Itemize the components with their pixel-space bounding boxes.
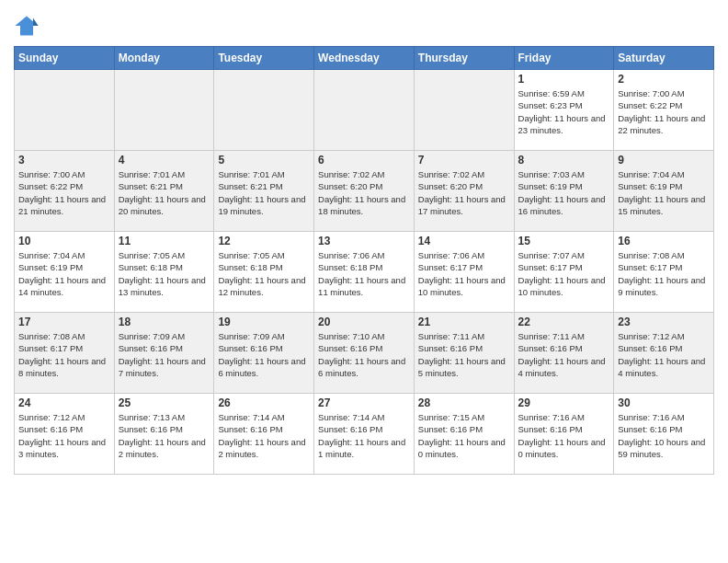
calendar-cell: 8Sunrise: 7:03 AM Sunset: 6:19 PM Daylig… — [514, 151, 614, 232]
day-info: Sunrise: 7:14 AM Sunset: 6:16 PM Dayligh… — [318, 411, 410, 460]
week-row-3: 10Sunrise: 7:04 AM Sunset: 6:19 PM Dayli… — [15, 232, 714, 313]
calendar-cell: 11Sunrise: 7:05 AM Sunset: 6:18 PM Dayli… — [114, 232, 214, 313]
day-number: 29 — [518, 396, 610, 409]
day-number: 6 — [318, 154, 410, 167]
calendar-cell: 2Sunrise: 7:00 AM Sunset: 6:22 PM Daylig… — [614, 70, 714, 151]
calendar-cell: 17Sunrise: 7:08 AM Sunset: 6:17 PM Dayli… — [15, 313, 115, 394]
day-number: 16 — [618, 235, 710, 247]
day-info: Sunrise: 7:13 AM Sunset: 6:16 PM Dayligh… — [119, 411, 210, 460]
day-info: Sunrise: 7:12 AM Sunset: 6:16 PM Dayligh… — [618, 330, 710, 379]
calendar-cell: 6Sunrise: 7:02 AM Sunset: 6:20 PM Daylig… — [314, 151, 415, 232]
header — [14, 9, 714, 39]
day-number: 18 — [119, 316, 210, 328]
day-number: 5 — [218, 154, 310, 167]
day-info: Sunrise: 7:04 AM Sunset: 6:19 PM Dayligh… — [618, 168, 710, 217]
day-number: 23 — [618, 316, 710, 328]
day-info: Sunrise: 7:12 AM Sunset: 6:16 PM Dayligh… — [18, 411, 110, 460]
day-number: 22 — [518, 316, 610, 328]
logo-icon — [14, 13, 40, 39]
calendar-cell: 19Sunrise: 7:09 AM Sunset: 6:16 PM Dayli… — [214, 313, 314, 394]
day-info: Sunrise: 7:08 AM Sunset: 6:17 PM Dayligh… — [618, 249, 710, 298]
calendar-cell: 9Sunrise: 7:04 AM Sunset: 6:19 PM Daylig… — [614, 151, 714, 232]
day-info: Sunrise: 7:16 AM Sunset: 6:16 PM Dayligh… — [518, 411, 610, 460]
calendar-cell: 10Sunrise: 7:04 AM Sunset: 6:19 PM Dayli… — [15, 232, 115, 313]
weekday-saturday: Saturday — [614, 47, 714, 70]
calendar-cell: 26Sunrise: 7:14 AM Sunset: 6:16 PM Dayli… — [214, 394, 314, 475]
weekday-friday: Friday — [514, 47, 614, 70]
day-info: Sunrise: 7:14 AM Sunset: 6:16 PM Dayligh… — [218, 411, 310, 460]
day-number: 8 — [518, 154, 610, 167]
day-info: Sunrise: 7:05 AM Sunset: 6:18 PM Dayligh… — [119, 249, 210, 298]
calendar-cell — [314, 70, 415, 151]
day-number: 15 — [518, 235, 610, 247]
calendar-cell: 15Sunrise: 7:07 AM Sunset: 6:17 PM Dayli… — [514, 232, 614, 313]
day-number: 28 — [418, 396, 510, 409]
calendar-cell: 14Sunrise: 7:06 AM Sunset: 6:17 PM Dayli… — [414, 232, 514, 313]
calendar-cell: 25Sunrise: 7:13 AM Sunset: 6:16 PM Dayli… — [114, 394, 214, 475]
calendar-cell: 4Sunrise: 7:01 AM Sunset: 6:21 PM Daylig… — [114, 151, 214, 232]
day-info: Sunrise: 7:08 AM Sunset: 6:17 PM Dayligh… — [18, 330, 110, 379]
day-info: Sunrise: 7:09 AM Sunset: 6:16 PM Dayligh… — [119, 330, 210, 379]
day-info: Sunrise: 7:16 AM Sunset: 6:16 PM Dayligh… — [618, 411, 710, 460]
day-info: Sunrise: 7:09 AM Sunset: 6:16 PM Dayligh… — [218, 330, 310, 379]
day-info: Sunrise: 6:59 AM Sunset: 6:23 PM Dayligh… — [518, 87, 610, 136]
calendar-cell: 24Sunrise: 7:12 AM Sunset: 6:16 PM Dayli… — [15, 394, 115, 475]
day-number: 1 — [518, 73, 610, 86]
calendar-cell: 5Sunrise: 7:01 AM Sunset: 6:21 PM Daylig… — [214, 151, 314, 232]
day-info: Sunrise: 7:07 AM Sunset: 6:17 PM Dayligh… — [518, 249, 610, 298]
calendar-cell: 16Sunrise: 7:08 AM Sunset: 6:17 PM Dayli… — [614, 232, 714, 313]
calendar-cell: 28Sunrise: 7:15 AM Sunset: 6:16 PM Dayli… — [414, 394, 514, 475]
day-info: Sunrise: 7:06 AM Sunset: 6:17 PM Dayligh… — [418, 249, 510, 298]
week-row-5: 24Sunrise: 7:12 AM Sunset: 6:16 PM Dayli… — [15, 394, 714, 475]
calendar-cell: 22Sunrise: 7:11 AM Sunset: 6:16 PM Dayli… — [514, 313, 614, 394]
day-number: 4 — [119, 154, 210, 167]
calendar-cell — [214, 70, 314, 151]
week-row-4: 17Sunrise: 7:08 AM Sunset: 6:17 PM Dayli… — [15, 313, 714, 394]
calendar-cell: 13Sunrise: 7:06 AM Sunset: 6:18 PM Dayli… — [314, 232, 415, 313]
calendar-cell: 12Sunrise: 7:05 AM Sunset: 6:18 PM Dayli… — [214, 232, 314, 313]
calendar-cell: 18Sunrise: 7:09 AM Sunset: 6:16 PM Dayli… — [114, 313, 214, 394]
page-container: SundayMondayTuesdayWednesdayThursdayFrid… — [0, 0, 728, 479]
day-info: Sunrise: 7:15 AM Sunset: 6:16 PM Dayligh… — [418, 411, 510, 460]
day-number: 7 — [418, 154, 510, 167]
day-info: Sunrise: 7:00 AM Sunset: 6:22 PM Dayligh… — [18, 168, 110, 217]
day-info: Sunrise: 7:01 AM Sunset: 6:21 PM Dayligh… — [119, 168, 210, 217]
day-number: 11 — [119, 235, 210, 247]
day-number: 12 — [218, 235, 310, 247]
calendar-cell: 20Sunrise: 7:10 AM Sunset: 6:16 PM Dayli… — [314, 313, 415, 394]
day-info: Sunrise: 7:01 AM Sunset: 6:21 PM Dayligh… — [218, 168, 310, 217]
calendar-cell: 21Sunrise: 7:11 AM Sunset: 6:16 PM Dayli… — [414, 313, 514, 394]
day-number: 24 — [18, 396, 110, 409]
day-number: 13 — [318, 235, 410, 247]
day-number: 30 — [618, 396, 710, 409]
calendar-cell: 30Sunrise: 7:16 AM Sunset: 6:16 PM Dayli… — [614, 394, 714, 475]
day-number: 17 — [18, 316, 110, 328]
day-number: 21 — [418, 316, 510, 328]
day-number: 3 — [18, 154, 110, 167]
day-info: Sunrise: 7:03 AM Sunset: 6:19 PM Dayligh… — [518, 168, 610, 217]
day-info: Sunrise: 7:02 AM Sunset: 6:20 PM Dayligh… — [318, 168, 410, 217]
calendar-cell: 7Sunrise: 7:02 AM Sunset: 6:20 PM Daylig… — [414, 151, 514, 232]
day-number: 2 — [618, 73, 710, 86]
week-row-2: 3Sunrise: 7:00 AM Sunset: 6:22 PM Daylig… — [15, 151, 714, 232]
calendar-cell: 29Sunrise: 7:16 AM Sunset: 6:16 PM Dayli… — [514, 394, 614, 475]
day-number: 26 — [218, 396, 310, 409]
calendar-cell — [414, 70, 514, 151]
day-number: 10 — [18, 235, 110, 247]
weekday-tuesday: Tuesday — [214, 47, 314, 70]
calendar-cell — [15, 70, 115, 151]
day-info: Sunrise: 7:11 AM Sunset: 6:16 PM Dayligh… — [418, 330, 510, 379]
weekday-sunday: Sunday — [15, 47, 115, 70]
day-number: 19 — [218, 316, 310, 328]
day-info: Sunrise: 7:00 AM Sunset: 6:22 PM Dayligh… — [618, 87, 710, 136]
day-info: Sunrise: 7:05 AM Sunset: 6:18 PM Dayligh… — [218, 249, 310, 298]
calendar-cell: 23Sunrise: 7:12 AM Sunset: 6:16 PM Dayli… — [614, 313, 714, 394]
weekday-wednesday: Wednesday — [314, 47, 415, 70]
day-info: Sunrise: 7:04 AM Sunset: 6:19 PM Dayligh… — [18, 249, 110, 298]
day-number: 9 — [618, 154, 710, 167]
logo — [14, 13, 41, 39]
weekday-thursday: Thursday — [414, 47, 514, 70]
weekday-monday: Monday — [114, 47, 214, 70]
day-number: 27 — [318, 396, 410, 409]
day-info: Sunrise: 7:11 AM Sunset: 6:16 PM Dayligh… — [518, 330, 610, 379]
